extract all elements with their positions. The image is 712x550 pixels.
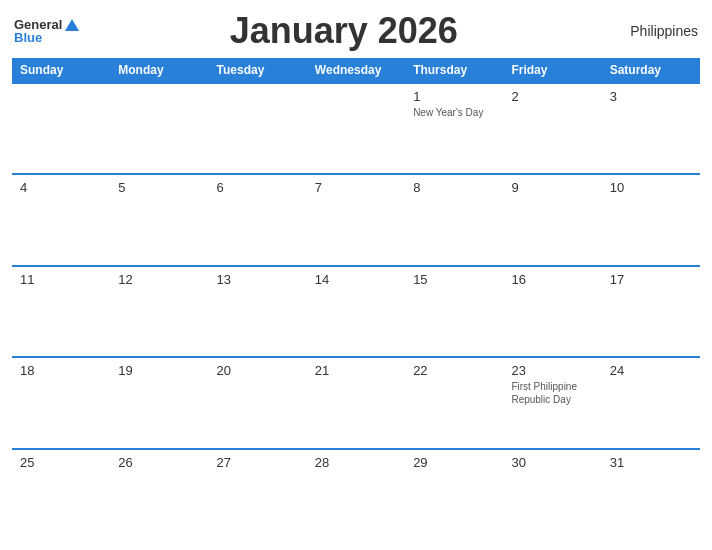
week-row-1: 1New Year's Day23 — [12, 83, 700, 174]
day-number: 5 — [118, 180, 200, 195]
day-number: 1 — [413, 89, 495, 104]
day-number: 3 — [610, 89, 692, 104]
day-number: 15 — [413, 272, 495, 287]
day-cell — [110, 83, 208, 174]
day-number: 18 — [20, 363, 102, 378]
day-number: 30 — [511, 455, 593, 470]
day-cell: 16 — [503, 266, 601, 357]
week-row-3: 11121314151617 — [12, 266, 700, 357]
day-number: 19 — [118, 363, 200, 378]
day-number: 27 — [217, 455, 299, 470]
day-number: 28 — [315, 455, 397, 470]
weekday-header-saturday: Saturday — [602, 58, 700, 83]
logo-triangle-icon — [65, 19, 79, 31]
page: General Blue January 2026 Philippines Su… — [0, 0, 712, 550]
holiday-name: First Philippine Republic Day — [511, 380, 593, 406]
day-number: 14 — [315, 272, 397, 287]
day-cell: 23First Philippine Republic Day — [503, 357, 601, 448]
day-number: 12 — [118, 272, 200, 287]
weekday-header-tuesday: Tuesday — [209, 58, 307, 83]
day-number: 13 — [217, 272, 299, 287]
day-cell: 22 — [405, 357, 503, 448]
day-number: 4 — [20, 180, 102, 195]
header: General Blue January 2026 Philippines — [12, 10, 700, 52]
day-number: 11 — [20, 272, 102, 287]
day-cell: 8 — [405, 174, 503, 265]
day-cell: 15 — [405, 266, 503, 357]
day-cell: 20 — [209, 357, 307, 448]
day-cell: 18 — [12, 357, 110, 448]
day-number: 29 — [413, 455, 495, 470]
day-cell: 9 — [503, 174, 601, 265]
day-cell: 2 — [503, 83, 601, 174]
week-row-2: 45678910 — [12, 174, 700, 265]
day-cell — [307, 83, 405, 174]
weekday-header-friday: Friday — [503, 58, 601, 83]
weekday-header-row: SundayMondayTuesdayWednesdayThursdayFrid… — [12, 58, 700, 83]
day-number: 17 — [610, 272, 692, 287]
day-cell — [12, 83, 110, 174]
calendar-title: January 2026 — [79, 10, 608, 52]
day-cell: 25 — [12, 449, 110, 540]
day-number: 10 — [610, 180, 692, 195]
day-number: 25 — [20, 455, 102, 470]
day-cell: 1New Year's Day — [405, 83, 503, 174]
logo: General Blue — [14, 18, 79, 44]
day-number: 2 — [511, 89, 593, 104]
day-number: 31 — [610, 455, 692, 470]
day-cell: 4 — [12, 174, 110, 265]
day-cell: 10 — [602, 174, 700, 265]
day-cell: 26 — [110, 449, 208, 540]
weekday-header-sunday: Sunday — [12, 58, 110, 83]
day-number: 8 — [413, 180, 495, 195]
day-number: 9 — [511, 180, 593, 195]
weekday-header-monday: Monday — [110, 58, 208, 83]
day-cell: 6 — [209, 174, 307, 265]
day-cell: 24 — [602, 357, 700, 448]
day-cell: 31 — [602, 449, 700, 540]
day-number: 16 — [511, 272, 593, 287]
day-cell: 28 — [307, 449, 405, 540]
country-label: Philippines — [608, 23, 698, 39]
day-number: 6 — [217, 180, 299, 195]
day-cell: 29 — [405, 449, 503, 540]
day-number: 24 — [610, 363, 692, 378]
day-cell: 17 — [602, 266, 700, 357]
day-cell: 3 — [602, 83, 700, 174]
day-number: 21 — [315, 363, 397, 378]
day-cell: 11 — [12, 266, 110, 357]
day-cell: 7 — [307, 174, 405, 265]
day-number: 23 — [511, 363, 593, 378]
day-number: 7 — [315, 180, 397, 195]
weekday-header-wednesday: Wednesday — [307, 58, 405, 83]
day-cell: 19 — [110, 357, 208, 448]
day-cell: 13 — [209, 266, 307, 357]
week-row-5: 25262728293031 — [12, 449, 700, 540]
day-cell: 12 — [110, 266, 208, 357]
logo-blue-text: Blue — [14, 31, 42, 44]
calendar-table: SundayMondayTuesdayWednesdayThursdayFrid… — [12, 58, 700, 540]
day-cell — [209, 83, 307, 174]
day-cell: 27 — [209, 449, 307, 540]
holiday-name: New Year's Day — [413, 106, 495, 119]
day-cell: 21 — [307, 357, 405, 448]
day-cell: 5 — [110, 174, 208, 265]
day-number: 22 — [413, 363, 495, 378]
day-cell: 14 — [307, 266, 405, 357]
day-cell: 30 — [503, 449, 601, 540]
day-number: 20 — [217, 363, 299, 378]
week-row-4: 181920212223First Philippine Republic Da… — [12, 357, 700, 448]
day-number: 26 — [118, 455, 200, 470]
weekday-header-thursday: Thursday — [405, 58, 503, 83]
